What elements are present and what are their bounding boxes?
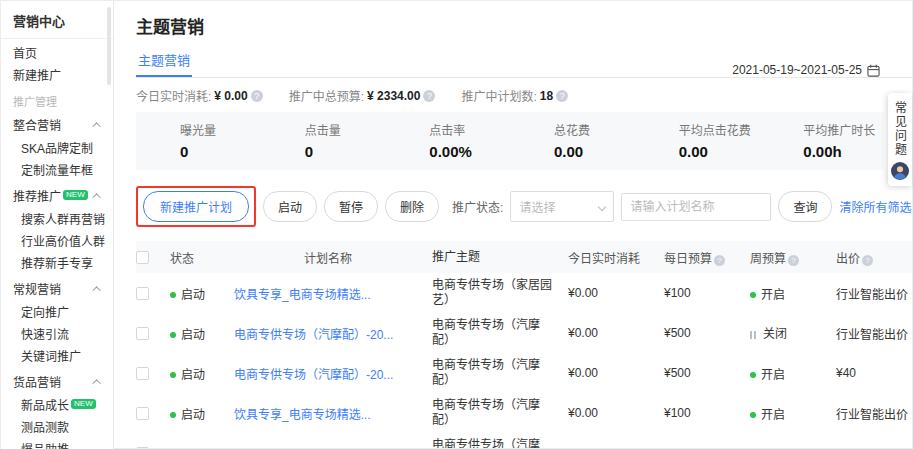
sidebar-item-home[interactable]: 首页 <box>1 43 113 65</box>
sidebar-item-product-testing[interactable]: 测品测款 <box>1 417 113 439</box>
sidebar-group-label: 常规营销 <box>13 280 61 297</box>
header-plan-name: 计划名称 <box>234 249 432 266</box>
plan-weekly-text: 开启 <box>761 448 785 449</box>
start-button[interactable]: 启动 <box>263 191 317 222</box>
app-window: 营销中心 首页 新建推广 推广管理 整合营销 SKA品牌定制 定制流量年框 推荐… <box>0 0 913 449</box>
sidebar-item-targeted-promotion[interactable]: 定向推广 <box>1 302 113 324</box>
plan-theme: 电商专供专场（汽摩配） <box>432 438 568 448</box>
plan-weekly-budget: 开启 <box>750 405 836 422</box>
summary-label: 今日实时消耗: <box>136 87 211 104</box>
plan-today-cost: ¥0.00 <box>568 446 664 448</box>
chevron-down-icon <box>598 202 606 210</box>
row-checkbox[interactable] <box>136 447 149 448</box>
sidebar-title: 营销中心 <box>1 1 113 39</box>
date-range-value: 2021-05-19~2021-05-25 <box>732 63 862 77</box>
sidebar-item-fast-traffic[interactable]: 快速引流 <box>1 324 113 346</box>
row-checkbox[interactable] <box>136 407 149 420</box>
plan-status-text: 启动 <box>181 448 205 449</box>
plan-weekly-text: 开启 <box>761 368 785 382</box>
date-range-picker[interactable]: 2021-05-19~2021-05-25 <box>732 63 880 77</box>
stat-value: 0.00% <box>429 143 510 160</box>
sidebar-item-high-value-audience[interactable]: 行业高价值人群 <box>1 231 113 253</box>
weekly-on-icon <box>750 292 756 298</box>
weekly-on-icon <box>750 412 756 418</box>
plan-daily-budget: ¥100 <box>664 406 750 420</box>
plan-today-cost: ¥0.00 <box>568 326 664 340</box>
plan-status: 启动 <box>170 325 234 342</box>
info-icon[interactable] <box>556 90 568 102</box>
plan-weekly-text: 开启 <box>761 408 785 422</box>
stat-avg-cpc: 平均点击花费 0.00 <box>635 121 760 160</box>
clear-filters-link[interactable]: 清除所有筛选 <box>839 198 911 215</box>
stat-label: 点击率 <box>429 121 510 138</box>
plan-today-cost: ¥0.00 <box>568 366 664 380</box>
plan-name-link[interactable]: 电商专供专场（汽摩配）-20... <box>234 445 422 449</box>
stat-value: 0 <box>305 143 386 160</box>
sidebar-group-integrated-marketing[interactable]: 整合营销 <box>1 111 113 138</box>
plan-weekly-text: 关闭 <box>763 327 787 341</box>
sidebar-section-label: 推广管理 <box>1 87 113 111</box>
table-row: 启动 饮具专享_电商专场精选... 电商专供专场（家居园艺） ¥0.00 ¥10… <box>136 273 912 313</box>
stat-label: 总花费 <box>554 121 635 138</box>
table-header-row: 状态 计划名称 推广主题 今日实时消耗 每日预算 周预算 出价 <box>136 241 912 273</box>
calendar-icon <box>867 64 880 77</box>
info-icon[interactable] <box>862 255 873 266</box>
sidebar-item-ska-brand[interactable]: SKA品牌定制 <box>1 138 113 160</box>
sidebar-item-custom-traffic[interactable]: 定制流量年框 <box>1 160 113 182</box>
annotation-highlight: 新建推广计划 <box>136 186 256 227</box>
plan-weekly-budget: 关闭 <box>750 324 836 342</box>
sidebar-item-newbie-exclusive[interactable]: 推荐新手专享 <box>1 253 113 275</box>
faq-widget[interactable]: 常见问题 <box>888 93 912 186</box>
sidebar-group-label: 货品营销 <box>13 373 61 390</box>
sidebar-item-search-retargeting[interactable]: 搜索人群再营销 <box>1 209 113 231</box>
sidebar-item-keyword-promotion[interactable]: 关键词推广 <box>1 346 113 368</box>
stat-value: 0 <box>180 143 261 160</box>
row-checkbox[interactable] <box>136 287 149 300</box>
sidebar-scrollbar[interactable] <box>107 7 111 85</box>
sidebar-group-goods-marketing[interactable]: 货品营销 <box>1 368 113 395</box>
delete-button[interactable]: 删除 <box>385 191 439 222</box>
plan-bid: 行业智能出价 <box>836 405 912 422</box>
new-plan-button[interactable]: 新建推广计划 <box>143 191 249 222</box>
summary-label: 推广中计划数: <box>461 87 536 104</box>
select-all-checkbox[interactable] <box>136 251 149 264</box>
stat-label: 平均推广时长 <box>803 121 884 138</box>
sidebar-item-new-promotion[interactable]: 新建推广 <box>1 65 113 87</box>
row-checkbox[interactable] <box>136 327 149 340</box>
plan-name-link[interactable]: 电商专供专场（汽摩配）-20... <box>234 365 422 382</box>
row-checkbox[interactable] <box>136 367 149 380</box>
table-row: 启动 电商专供专场（汽摩配）-20... 电商专供专场（汽摩配） ¥0.00 ¥… <box>136 313 912 353</box>
plan-name-input[interactable] <box>621 193 771 221</box>
search-button[interactable]: 查询 <box>778 191 832 222</box>
header-daily-budget-text: 每日预算 <box>664 252 712 266</box>
info-icon[interactable] <box>714 255 725 266</box>
header-weekly-budget: 周预算 <box>750 249 836 266</box>
summary-plan-count: 推广中计划数: 18 <box>461 87 568 104</box>
sidebar-group-regular-marketing[interactable]: 常规营销 <box>1 275 113 302</box>
new-badge: NEW <box>71 399 96 409</box>
status-select[interactable]: 请选择 <box>510 191 614 222</box>
status-select-placeholder: 请选择 <box>519 198 555 215</box>
sidebar-group-recommend-promotion[interactable]: 推荐推广NEW <box>1 182 113 209</box>
table-row: 启动 电商专供专场（汽摩配）-20... 电商专供专场（汽摩配） ¥0.00 ¥… <box>136 353 912 393</box>
plan-name-link[interactable]: 饮具专享_电商专场精选... <box>234 405 422 422</box>
plan-status-text: 启动 <box>181 288 205 302</box>
stat-impressions: 曝光量 0 <box>136 121 261 160</box>
sidebar-item-hot-product-boost[interactable]: 爆品助推 <box>1 439 113 449</box>
info-icon[interactable] <box>251 90 263 102</box>
pause-button[interactable]: 暂停 <box>324 191 378 222</box>
weekly-on-icon <box>750 372 756 378</box>
chevron-up-icon <box>92 286 100 294</box>
plan-name-link[interactable]: 饮具专享_电商专场精选... <box>234 285 422 302</box>
tab-theme-marketing[interactable]: 主题营销 <box>136 44 192 77</box>
info-icon[interactable] <box>423 90 435 102</box>
status-on-icon <box>170 332 176 338</box>
chevron-up-icon <box>92 122 100 130</box>
plan-status-text: 启动 <box>181 328 205 342</box>
info-icon[interactable] <box>788 255 799 266</box>
sidebar-item-new-product-growth[interactable]: 新品成长NEW <box>1 395 113 417</box>
stat-ctr: 点击率 0.00% <box>385 121 510 160</box>
weekly-off-icon <box>750 328 758 342</box>
plan-name-link[interactable]: 电商专供专场（汽摩配）-20... <box>234 325 422 342</box>
stat-total-cost: 总花费 0.00 <box>510 121 635 160</box>
